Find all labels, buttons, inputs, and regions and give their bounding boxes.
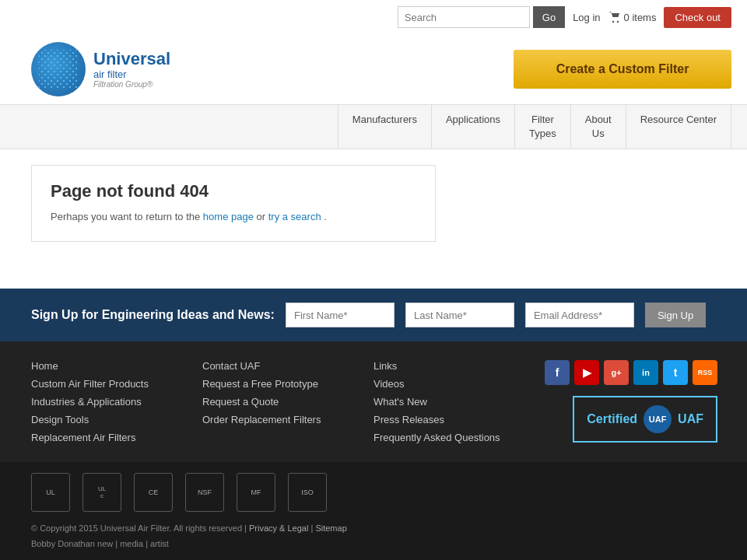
cart-icon [608,11,621,23]
cart-info: 0 items [608,11,657,23]
footer-link-videos[interactable]: Videos [374,378,514,390]
go-button[interactable]: Go [533,6,565,28]
footer-link-prototype[interactable]: Request a Free Prototype [202,378,342,390]
error-box: Page not found 404 Perhaps you want to r… [31,165,436,242]
nav-manufacturers[interactable]: Manufacturers [338,105,432,149]
logo-text: Universal air filter Filtration Group® [93,50,170,89]
cert-ul-c: ULc [82,473,121,512]
facebook-icon[interactable]: f [545,360,570,385]
error-text-end: . [324,211,327,222]
footer-bottom: UL ULc CE NSF MF ISO © Copyright 2015 Un… [0,462,747,560]
footer-copyright: © Copyright 2015 Universal Air Filter. A… [31,521,716,552]
footer-link-custom[interactable]: Custom Air Filter Products [31,378,171,390]
nav-about-us[interactable]: About Us [571,105,626,149]
footer-main: Home Custom Air Filter Products Industri… [0,341,747,462]
footer-social: f ▶ g+ in t RSS Certified UAF UAF [545,360,717,443]
first-name-input[interactable] [286,303,395,327]
logo-area: Universal air filter Filtration Group® [31,42,170,96]
svg-point-1 [616,21,618,23]
footer-link-faq[interactable]: Frequently Asked Questions [374,432,514,443]
signup-button[interactable]: Sign Up [645,303,706,327]
logo-main: Universal [93,50,170,68]
nav-resource-center[interactable]: Resource Center [626,105,731,149]
certified-badge: Certified UAF UAF [573,396,717,443]
rss-icon[interactable]: RSS [693,360,717,385]
cert-iso: ISO [288,473,327,512]
credits-line: Bobby Donathan new | media | artist [31,539,169,548]
footer-link-quote[interactable]: Request a Quote [202,396,342,408]
footer-link-order[interactable]: Order Replacement Filters [202,414,342,425]
try-search-link[interactable]: try a search [268,211,321,222]
cert-ce: CE [134,473,173,512]
logo-dots [39,50,78,89]
footer-link-contact[interactable]: Contact UAF [202,360,342,372]
brand-row: Universal air filter Filtration Group® C… [0,34,747,104]
footer-col-1: Home Custom Air Filter Products Industri… [31,360,171,443]
youtube-icon[interactable]: ▶ [574,360,599,385]
checkout-button[interactable]: Check out [664,7,731,28]
googleplus-icon[interactable]: g+ [604,360,629,385]
nav-applications[interactable]: Applications [432,105,515,149]
home-page-link[interactable]: home page [203,211,254,222]
footer-col-2: Contact UAF Request a Free Prototype Req… [202,360,342,443]
linkedin-icon[interactable]: in [633,360,658,385]
certified-logo: UAF [644,405,672,433]
privacy-link[interactable]: Privacy & Legal [249,523,308,533]
last-name-input[interactable] [405,303,514,327]
search-input[interactable] [398,6,530,28]
certified-logo-text: UAF [649,415,667,424]
footer-link-home[interactable]: Home [31,360,171,372]
footer-col-3: Links Videos What's New Press Releases F… [374,360,514,443]
custom-filter-button[interactable]: Create a Custom Filter [514,50,731,89]
twitter-icon[interactable]: t [663,360,688,385]
sitemap-link[interactable]: Sitemap [315,523,346,533]
footer-link-design[interactable]: Design Tools [31,414,171,425]
login-link[interactable]: Log in [573,12,600,23]
main-nav: Manufacturers Applications Filter Types … [0,104,747,149]
signup-label: Sign Up for Engineering Ideas and News: [31,308,275,322]
cert-ul: UL [31,473,70,512]
error-title: Page not found 404 [51,181,416,201]
footer-certs: UL ULc CE NSF MF ISO [31,473,716,512]
social-icons: f ▶ g+ in t RSS [545,360,717,385]
copyright-text: © Copyright 2015 Universal Air Filter. A… [31,523,249,533]
error-text-prefix: Perhaps you want to return to the [51,211,203,222]
main-content: Page not found 404 Perhaps you want to r… [0,149,747,257]
email-input[interactable] [525,303,634,327]
cert-mf: MF [237,473,275,512]
logo-tagline: Filtration Group® [93,80,170,89]
certified-label: Certified [587,412,637,426]
search-wrap: Go [398,6,565,28]
footer-link-press[interactable]: Press Releases [374,414,514,425]
svg-point-0 [612,21,613,23]
nav-filter-types[interactable]: Filter Types [515,105,571,149]
footer-link-replacement[interactable]: Replacement Air Filters [31,432,171,443]
error-text: Perhaps you want to return to the home p… [51,209,416,226]
error-text-or: or [257,211,268,222]
top-bar: Go Log in 0 items Check out [0,0,747,34]
cart-count: 0 items [624,12,657,23]
footer-link-new[interactable]: What's New [374,396,514,408]
signup-bar: Sign Up for Engineering Ideas and News: … [0,289,747,341]
cert-nsf: NSF [185,473,224,512]
logo-sub: air filter [93,68,170,80]
footer-link-industries[interactable]: Industries & Applications [31,396,171,408]
certified-sub: UAF [678,412,703,426]
logo-circle [31,42,86,96]
footer-link-links[interactable]: Links [374,360,514,372]
